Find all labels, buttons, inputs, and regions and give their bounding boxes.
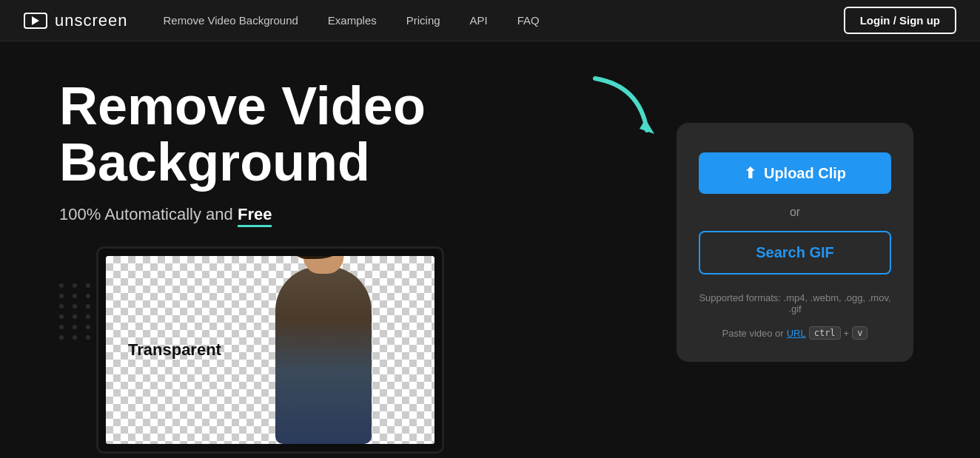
v-key: v (852, 326, 867, 340)
upload-card: ⬆ Upload Clip or Search GIF Supported fo… (677, 123, 913, 362)
login-signup-button[interactable]: Login / Sign up (844, 7, 956, 34)
search-gif-label: Search GIF (756, 244, 834, 261)
person-hair (296, 256, 348, 259)
hero-subtitle-free: Free (238, 205, 272, 227)
main-content: Remove Video Background 100% Automatical… (0, 41, 980, 458)
right-section: ⬆ Upload Clip or Search GIF Supported fo… (669, 78, 921, 362)
plus-sign: + (844, 328, 850, 339)
logo[interactable]: unscreen (24, 11, 128, 30)
nav-link-examples[interactable]: Examples (328, 14, 377, 27)
hero-subtitle-plain: 100% Automatically and (59, 205, 238, 223)
person-head (303, 256, 344, 274)
or-divider: or (790, 206, 800, 219)
hero-title-line1: Remove Video (59, 76, 426, 135)
url-link[interactable]: URL (787, 328, 806, 339)
logo-text: unscreen (55, 11, 128, 30)
logo-icon (24, 13, 47, 29)
ctrl-key: ctrl (809, 326, 841, 340)
paste-hint: Paste video or URL ctrl + v (722, 326, 868, 340)
paste-hint-text: Paste video or (722, 328, 784, 339)
hero-title-line2: Background (59, 132, 370, 192)
upload-clip-button[interactable]: ⬆ Upload Clip (699, 152, 891, 194)
preview-container: Transparent (96, 246, 444, 454)
hero-title: Remove Video Background (59, 78, 640, 190)
left-section: Remove Video Background 100% Automatical… (59, 78, 669, 457)
person-body (275, 266, 372, 444)
nav-links: Remove Video Background Examples Pricing… (164, 14, 844, 27)
supported-formats: Supported formats: .mp4, .webm, .ogg, .m… (699, 292, 891, 314)
hero-subtitle: 100% Automatically and Free (59, 205, 640, 224)
arrow-container (580, 64, 669, 152)
arrow-icon (580, 64, 669, 152)
person-figure (257, 256, 390, 444)
upload-icon: ⬆ (744, 164, 756, 182)
nav-link-pricing[interactable]: Pricing (406, 14, 440, 27)
nav-link-remove-video-bg[interactable]: Remove Video Background (164, 14, 298, 27)
upload-btn-label: Upload Clip (764, 165, 846, 182)
nav-link-faq[interactable]: FAQ (517, 14, 540, 27)
transparent-label: Transparent (128, 340, 221, 360)
search-gif-button[interactable]: Search GIF (699, 231, 891, 275)
preview-inner: Transparent (106, 256, 434, 444)
navbar: unscreen Remove Video Background Example… (0, 0, 980, 41)
nav-link-api[interactable]: API (470, 14, 488, 27)
